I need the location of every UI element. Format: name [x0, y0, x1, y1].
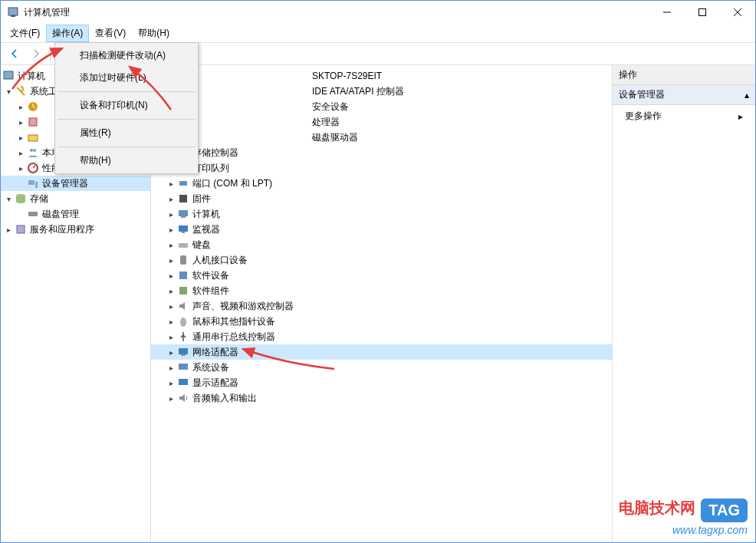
actions-header: 操作 [613, 65, 755, 85]
chevron-right-icon[interactable]: ▸ [15, 162, 27, 174]
action-more[interactable]: 更多操作 ▸ [613, 105, 755, 127]
device-audio-io[interactable]: ▸ 音频输入和输出 [151, 390, 612, 406]
device-display[interactable]: ▸ 显示适配器 [151, 375, 612, 390]
shared-icon [27, 131, 39, 143]
device-software-dev[interactable]: ▸ 软件设备 [151, 268, 612, 283]
menu-add-legacy[interactable]: 添加过时硬件(L) [57, 67, 196, 89]
device-storage-ctrl[interactable]: ▸ 存储控制器 [151, 145, 612, 160]
device-mgr-icon [27, 177, 39, 189]
svg-rect-33 [181, 354, 186, 356]
device-ports[interactable]: ▸ 端口 (COM 和 LPT) [151, 176, 612, 191]
chevron-right-icon[interactable]: ▸ [165, 300, 177, 312]
svg-rect-17 [17, 225, 25, 233]
chevron-right-icon[interactable]: ▸ [165, 193, 177, 205]
menu-action[interactable]: 操作(A) [46, 25, 89, 42]
device-computer[interactable]: ▸ 计算机 [151, 206, 612, 222]
chevron-right-icon[interactable]: ▸ [165, 285, 177, 297]
chevron-right-icon[interactable]: ▸ [165, 254, 177, 266]
chevron-right-icon[interactable]: ▸ [15, 131, 27, 143]
svg-rect-16 [28, 212, 38, 216]
tools-icon [15, 85, 27, 97]
collapse-icon[interactable]: ▴ [744, 90, 749, 100]
device-print-queue[interactable]: ▸ 打印队列 [151, 160, 612, 176]
firmware-icon [177, 193, 189, 205]
tree-label: 软件组件 [192, 285, 229, 298]
close-button[interactable] [720, 1, 755, 24]
chevron-right-icon[interactable]: ▸ [165, 346, 177, 358]
chevron-right-icon[interactable]: ▸ [2, 223, 15, 235]
app-icon [7, 6, 19, 18]
forward-button[interactable] [27, 44, 45, 63]
svg-rect-24 [181, 216, 186, 218]
svg-rect-25 [179, 225, 188, 232]
computer-mgmt-icon [2, 70, 15, 82]
menu-devices-printers[interactable]: 设备和打印机(N) [57, 94, 196, 117]
tree-label: 通用串行总线控制器 [192, 331, 275, 344]
chevron-right-icon[interactable]: ▸ [165, 361, 177, 374]
chevron-down-icon[interactable]: ▾ [2, 85, 15, 97]
computer-icon [177, 208, 189, 220]
menu-separator [58, 146, 196, 147]
chevron-right-icon[interactable]: ▸ [15, 100, 27, 113]
menu-help[interactable]: 帮助(H) [57, 150, 196, 172]
device-root[interactable]: SKTOP-7S29EIT [151, 68, 612, 84]
device-ide[interactable]: IDE ATA/ATAPI 控制器 [151, 84, 612, 99]
chevron-right-icon[interactable]: ▸ [165, 331, 177, 343]
svg-rect-30 [179, 287, 187, 295]
action-label: 更多操作 [625, 110, 662, 123]
menu-scan-hardware[interactable]: 扫描检测硬件改动(A) [57, 44, 196, 67]
device-firmware[interactable]: ▸ 固件 [151, 191, 612, 206]
device-usb[interactable]: ▸ 通用串行总线控制器 [151, 329, 612, 344]
tree-label: SKTOP-7S29EIT [312, 71, 382, 81]
actions-section[interactable]: 设备管理器 ▴ [613, 85, 755, 105]
svg-rect-1 [11, 15, 15, 17]
network-icon [177, 346, 189, 358]
menu-separator [58, 91, 196, 92]
chevron-right-icon[interactable]: ▸ [165, 208, 177, 220]
chevron-down-icon[interactable]: ▾ [2, 193, 15, 205]
tree-label: 键盘 [192, 239, 211, 252]
device-monitors[interactable]: ▸ 监视器 [151, 222, 612, 237]
device-tree-pane: SKTOP-7S29EIT IDE ATA/ATAPI 控制器 安全设备 处理器… [151, 65, 613, 542]
chevron-right-icon[interactable]: ▸ [165, 177, 177, 189]
device-keyboards[interactable]: ▸ 键盘 [151, 237, 612, 252]
device-network[interactable]: ▸ 网络适配器 [151, 344, 612, 360]
tree-storage[interactable]: ▾ 存储 [1, 191, 150, 206]
system-icon [177, 361, 189, 374]
chevron-right-icon[interactable]: ▸ [165, 315, 177, 327]
device-processors[interactable]: 处理器 [151, 114, 612, 130]
svg-rect-35 [179, 379, 188, 385]
device-hid[interactable]: ▸ 人机接口设备 [151, 252, 612, 268]
menu-file[interactable]: 文件(F) [4, 25, 46, 42]
menu-help[interactable]: 帮助(H) [132, 25, 176, 42]
chevron-right-icon[interactable]: ▸ [165, 223, 177, 235]
chevron-right-icon[interactable]: ▸ [15, 116, 27, 128]
minimize-button[interactable] [649, 1, 685, 24]
mouse-icon [177, 315, 189, 327]
svg-rect-14 [35, 182, 38, 188]
menu-view[interactable]: 查看(V) [89, 25, 132, 42]
chevron-right-icon[interactable]: ▸ [165, 269, 177, 281]
device-security[interactable]: 安全设备 [151, 99, 612, 114]
device-mice[interactable]: ▸ 鼠标和其他指针设备 [151, 314, 612, 329]
hid-icon [177, 254, 189, 266]
chevron-right-icon[interactable]: ▸ [15, 146, 27, 159]
tree-label: 声音、视频和游戏控制器 [192, 300, 294, 313]
tree-disk-mgmt[interactable]: ▸ 磁盘管理 [1, 206, 150, 222]
maximize-button[interactable] [685, 1, 720, 24]
chevron-right-icon[interactable]: ▸ [165, 239, 177, 251]
watermark-tag: TAG [701, 499, 748, 522]
event-icon [27, 116, 39, 128]
device-sound[interactable]: ▸ 声音、视频和游戏控制器 [151, 298, 612, 314]
menu-properties[interactable]: 属性(R) [57, 122, 196, 144]
tree-services[interactable]: ▸ 服务和应用程序 [1, 222, 150, 237]
svg-rect-27 [179, 243, 188, 248]
back-button[interactable] [5, 44, 24, 63]
tree-device-manager[interactable]: ▸ 设备管理器 [1, 176, 150, 191]
svg-rect-0 [8, 8, 18, 15]
device-disk-drives[interactable]: 磁盘驱动器 [151, 130, 612, 145]
chevron-right-icon[interactable]: ▸ [165, 377, 177, 389]
chevron-right-icon[interactable]: ▸ [165, 392, 177, 404]
device-software-comp[interactable]: ▸ 软件组件 [151, 283, 612, 298]
device-system[interactable]: ▸ 系统设备 [151, 360, 612, 375]
